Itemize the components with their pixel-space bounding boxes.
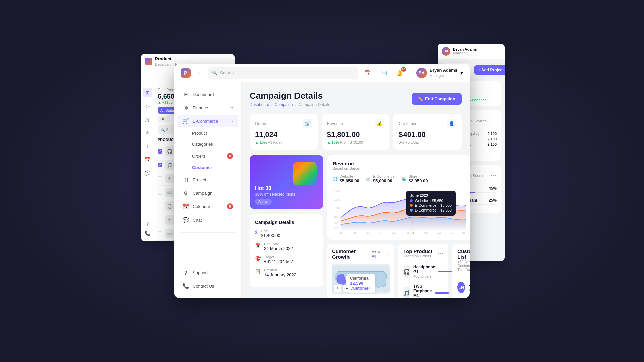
campaign-banner: Hot 30 30% off selected items Active xyxy=(250,155,323,209)
lp-sidebar: ⊞ ◎ 🛒 ⊛ ◫ 📅 💬 ? 📞 xyxy=(141,84,154,241)
add-project-button[interactable]: + Add Project xyxy=(474,65,505,75)
divider xyxy=(411,68,411,78)
source-more-icon[interactable]: ⋯ xyxy=(491,171,497,179)
rp-header: BA Bryan Adams Manager xyxy=(438,44,505,59)
customer-growth-card: Customer Growth View All → xyxy=(327,244,394,298)
notification-icon[interactable]: 🔔 12 xyxy=(394,68,405,78)
customer-list-header: Customer List +12 New Customer This Day … xyxy=(457,248,470,272)
sidebar-item-campaign[interactable]: ⊛ Campaign xyxy=(177,187,238,199)
sidebar-section-main: ⊞ Dashboard ◎ Finance ▾ 🛒 E-Commerce ▴ xyxy=(174,88,241,227)
lp-thumb-5: ⌚ xyxy=(165,201,174,211)
lp-tag-icon[interactable]: ⊛ xyxy=(143,128,152,137)
view-all-link[interactable]: View All → xyxy=(372,249,390,259)
breadcrumb-dashboard[interactable]: Dashboard xyxy=(250,102,269,107)
breadcrumb-current: Campaign Details xyxy=(298,102,330,107)
sidebar-subitem-orders[interactable]: Orders 8 xyxy=(192,150,238,162)
top-product-more-icon[interactable]: ⋯ xyxy=(438,250,444,257)
search-icon: 🔍 xyxy=(212,70,217,75)
sidebar-item-calendar[interactable]: 📅 Calendar 8 xyxy=(177,200,238,213)
customer-avatar-1: LH xyxy=(457,282,465,293)
target-icon: 🎯 xyxy=(255,256,261,261)
lp-checkbox-1[interactable]: ✓ xyxy=(158,149,162,154)
lp-grid-icon[interactable]: ⊞ xyxy=(143,88,152,97)
page-title: Campaign Details xyxy=(250,90,330,101)
breadcrumb-campaign[interactable]: Campaign xyxy=(275,102,293,107)
customer-change: 0% +0 today xyxy=(399,140,456,144)
lp-filter-icon[interactable]: ◫ xyxy=(143,141,152,151)
sidebar-item-contact[interactable]: 📞 Contact Us xyxy=(177,280,238,292)
zoom-in-button[interactable]: + xyxy=(334,285,341,292)
lp-cart-icon[interactable]: 🛒 xyxy=(143,115,152,124)
lp-checkbox-4[interactable] xyxy=(158,190,162,195)
lp-thumb-7: ⌨️ xyxy=(165,229,174,238)
cost-icon: $ xyxy=(255,230,258,235)
edit-campaign-button[interactable]: ✏️ Edit Campaign xyxy=(412,93,462,105)
customer-item: LH Luke Holland Active 1 min ago xyxy=(457,276,470,298)
nav-collapse-button[interactable]: « xyxy=(195,68,204,78)
svg-text:Mar: Mar xyxy=(451,231,454,234)
source-ecommerce: 🛒 E-Commerce $5,000.00 xyxy=(366,174,395,183)
revenue-more-icon[interactable]: ⋯ xyxy=(460,162,466,169)
product-item: 🎵 TWS Earphone M1 400 Orders xyxy=(403,281,444,298)
sidebar-item-project[interactable]: ◫ Project xyxy=(177,173,238,186)
customer-growth-header: Customer Growth View All → xyxy=(332,248,390,260)
lp-checkbox-2[interactable]: ✓ xyxy=(158,163,162,167)
lp-calendar-icon[interactable]: 📅 xyxy=(143,155,152,164)
orders-badge: 8 xyxy=(227,153,233,159)
ecommerce-submenu: Product Categories Orders 8 Customer xyxy=(174,128,241,173)
sidebar-item-support[interactable]: ? Support xyxy=(177,266,238,279)
orders-stat-icon: 🛒 xyxy=(303,119,312,128)
banner-badge: Active xyxy=(255,199,272,205)
user-chevron-icon: ▾ xyxy=(460,70,463,76)
created-icon: 📋 xyxy=(255,269,261,274)
sidebar-subitem-categories[interactable]: Categories xyxy=(192,139,238,149)
calendar-nav-icon[interactable]: 📅 xyxy=(362,68,373,78)
revenue-stat-icon: 💰 xyxy=(375,119,384,128)
mail-nav-icon[interactable]: ✉️ xyxy=(378,68,389,78)
svg-text:400: 400 xyxy=(334,227,338,230)
edit-icon: ✏️ xyxy=(418,96,423,101)
lp-checkbox-5[interactable] xyxy=(158,204,162,208)
lp-chat-icon[interactable]: 💬 xyxy=(143,168,152,178)
detail-target: 🎯 Target +6141 234 567 xyxy=(255,255,318,264)
svg-text:Apr: Apr xyxy=(462,231,465,234)
sidebar-item-dashboard[interactable]: ⊞ Dashboard xyxy=(177,88,238,101)
lp-help-icon[interactable]: ? xyxy=(143,219,152,229)
user-name: Bryan Adams xyxy=(430,68,458,73)
sidebar-item-chat[interactable]: 💬 Chat xyxy=(177,214,238,226)
page-header: Campaign Details Dashboard › Campaign › … xyxy=(250,90,462,107)
lp-tab-draft[interactable]: Dr... xyxy=(158,116,170,122)
sidebar-item-label: Campaign xyxy=(193,191,233,196)
lp-camera-icon[interactable]: ◎ xyxy=(143,101,152,111)
svg-text:800: 800 xyxy=(334,215,338,218)
arrow-right-icon: → xyxy=(386,252,390,256)
search-bar[interactable]: 🔍 Search... xyxy=(208,67,358,79)
source-store: 🏪 Store $2,350.00 xyxy=(401,174,428,183)
contact-icon: 📞 xyxy=(182,283,189,289)
bottom-row: Customer Growth View All → xyxy=(327,244,470,298)
content-grid: Hot 30 30% off selected items Active Cam… xyxy=(250,155,462,298)
campaign-icon: ⊛ xyxy=(182,190,189,196)
map-controls: + − xyxy=(334,285,351,292)
sidebar-item-finance[interactable]: ◎ Finance ▾ xyxy=(177,101,238,114)
top-nav: P « 🔍 Search... 📅 ✉️ 🔔 12 BA Bryan Adams xyxy=(174,64,470,82)
lp-checkbox-7[interactable] xyxy=(158,231,162,236)
lp-checkbox-3[interactable] xyxy=(158,176,162,181)
lp-checkbox-6[interactable] xyxy=(158,218,162,222)
zoom-out-button[interactable]: − xyxy=(343,285,351,292)
logo-icon: P xyxy=(181,68,191,78)
sidebar-item-ecommerce[interactable]: 🛒 E-Commerce ▴ xyxy=(177,115,238,127)
sidebar-item-label: Dashboard xyxy=(193,92,233,97)
svg-text:Sep: Sep xyxy=(339,231,342,234)
lp-phone-icon[interactable]: 📞 xyxy=(143,229,152,238)
map-area: California 12,590 Customer + − xyxy=(332,264,390,294)
user-info[interactable]: BA Bryan Adams Manager ▾ xyxy=(416,68,463,78)
orders-value: 11,024 xyxy=(255,130,312,139)
top-product-list: 🎧 Headphone G1 400 Orders xyxy=(403,262,444,298)
detail-cost: $ Cost $1,400.00 xyxy=(255,229,318,238)
sidebar-subitem-product[interactable]: Product xyxy=(192,128,238,138)
customer-list-title: Customer List xyxy=(457,248,470,260)
stat-label-revenue: Revenue 💰 xyxy=(327,119,384,128)
sidebar-subitem-customer[interactable]: Customer xyxy=(192,162,238,173)
banner-content: Hot 30 30% off selected items Active xyxy=(250,181,323,209)
